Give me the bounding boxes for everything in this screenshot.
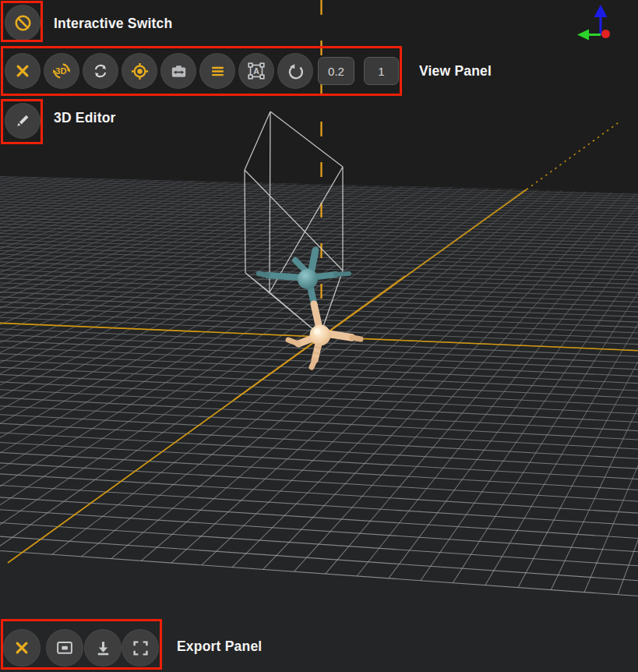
picture-in-picture-icon xyxy=(54,637,76,659)
editor-3d-button[interactable] xyxy=(5,103,41,139)
scale-value: 1 xyxy=(378,65,384,78)
cycle-icon xyxy=(90,61,111,81)
select-text-box-icon: A xyxy=(245,60,267,82)
camera-pan-button[interactable] xyxy=(160,53,196,89)
download-icon xyxy=(93,638,114,659)
speed-value-box[interactable]: 0.2 xyxy=(318,57,354,85)
export-close-button[interactable] xyxy=(3,629,41,667)
picture-in-picture-button[interactable] xyxy=(46,629,83,667)
interactive-switch-label: Interactive Switch xyxy=(54,16,172,32)
interactive-switch-button[interactable] xyxy=(5,5,41,41)
close-icon xyxy=(12,61,33,81)
rotate-3d-icon: 3D xyxy=(51,60,72,82)
view-panel-label: View Panel xyxy=(419,63,492,80)
fullscreen-button[interactable] xyxy=(122,629,159,667)
rotate-ccw-button[interactable] xyxy=(277,53,313,89)
target-icon xyxy=(129,61,150,82)
ban-icon xyxy=(12,12,33,34)
svg-text:A: A xyxy=(253,66,259,76)
target-button[interactable] xyxy=(122,53,157,89)
speed-value: 0.2 xyxy=(328,65,344,78)
view-close-button[interactable] xyxy=(5,53,41,89)
scale-value-box[interactable]: 1 xyxy=(364,57,399,85)
menu-button[interactable] xyxy=(199,53,235,89)
camera-pan-icon xyxy=(168,61,189,82)
menu-icon xyxy=(207,61,228,82)
pencil-icon xyxy=(12,111,33,131)
select-text-box-button[interactable]: A xyxy=(238,53,274,89)
3d-editor-app: 3D xyxy=(0,0,638,672)
editor-3d-label: 3D Editor xyxy=(54,110,116,126)
cycle-button[interactable] xyxy=(83,53,118,89)
ground-plane xyxy=(0,177,638,672)
rotate-3d-button[interactable]: 3D xyxy=(44,53,79,89)
fullscreen-icon xyxy=(130,638,151,659)
3d-viewport[interactable] xyxy=(0,0,638,672)
rotate-ccw-icon xyxy=(285,61,306,82)
download-button[interactable] xyxy=(84,629,122,667)
svg-text:3D: 3D xyxy=(55,66,66,76)
close-icon xyxy=(12,638,32,658)
export-panel-label: Export Panel xyxy=(177,638,262,655)
